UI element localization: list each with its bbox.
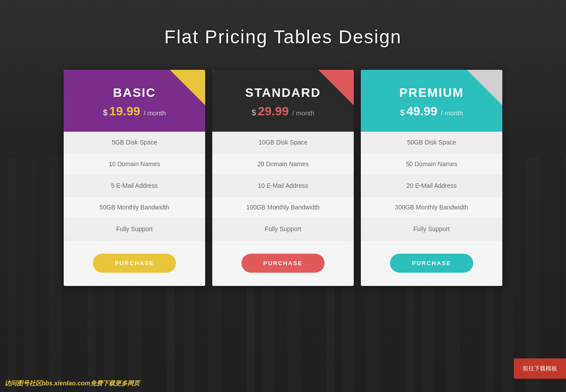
premium-price-amount: 49.99 — [406, 104, 437, 118]
premium-header: PREMIUM $ 49.99 / month — [361, 70, 502, 132]
watermark-text: 访问图号社区bbs.xienlao.com免费下载更多网页 — [4, 380, 140, 388]
standard-feature-3: 10 E-Mail Address — [212, 175, 354, 197]
basic-header: BASIC $ 19.99 / month — [64, 70, 205, 132]
premium-feature-1: 50GB Disk Space — [361, 132, 502, 153]
premium-price-row: $ 49.99 / month — [370, 104, 493, 118]
standard-feature-4: 100GB Monthly Bandwidth — [212, 197, 354, 218]
basic-feature-5: Fully Support — [64, 218, 205, 240]
download-template-button[interactable]: 前往下载模板 — [514, 358, 566, 379]
premium-features-list: 50GB Disk Space 50 Domain Names 20 E-Mai… — [361, 132, 502, 240]
standard-price-row: $ 29.99 / month — [221, 104, 345, 118]
basic-feature-3: 5 E-Mail Address — [64, 175, 205, 197]
basic-feature-4: 50GB Monthly Bandwidth — [64, 197, 205, 218]
standard-footer: PURCHASE — [212, 240, 354, 286]
standard-price-amount: 29.99 — [258, 104, 289, 118]
premium-price-period: / month — [441, 109, 463, 117]
standard-feature-2: 20 Domain Names — [212, 153, 354, 175]
plan-card-basic: BASIC $ 19.99 / month 5GB Disk Space 10 … — [64, 70, 205, 286]
page-wrapper: Flat Pricing Tables Design BASIC $ 19.99… — [0, 0, 566, 392]
basic-features-list: 5GB Disk Space 10 Domain Names 5 E-Mail … — [64, 132, 205, 240]
premium-ribbon — [467, 70, 502, 105]
premium-footer: PURCHASE — [361, 240, 502, 286]
standard-ribbon — [318, 70, 354, 105]
basic-feature-2: 10 Domain Names — [64, 153, 205, 175]
premium-purchase-button[interactable]: PURCHASE — [390, 254, 474, 273]
standard-purchase-button[interactable]: PURCHASE — [241, 254, 325, 273]
premium-feature-2: 50 Domain Names — [361, 153, 502, 175]
basic-price-amount: 19.99 — [109, 104, 140, 118]
standard-ribbon-triangle — [318, 70, 354, 105]
premium-feature-5: Fully Support — [361, 218, 502, 240]
basic-footer: PURCHASE — [64, 240, 205, 286]
premium-price-symbol: $ — [400, 108, 405, 118]
standard-features-list: 10GB Disk Space 20 Domain Names 10 E-Mai… — [212, 132, 354, 240]
basic-feature-1: 5GB Disk Space — [64, 132, 205, 153]
standard-header: STANDARD $ 29.99 / month — [212, 70, 354, 132]
plan-card-standard: STANDARD $ 29.99 / month 10GB Disk Space… — [212, 70, 354, 286]
standard-feature-1: 10GB Disk Space — [212, 132, 354, 153]
basic-price-period: / month — [144, 109, 166, 117]
pricing-container: BASIC $ 19.99 / month 5GB Disk Space 10 … — [51, 70, 515, 286]
basic-purchase-button[interactable]: PURCHASE — [93, 254, 176, 273]
premium-ribbon-triangle — [467, 70, 502, 105]
standard-price-symbol: $ — [252, 108, 256, 118]
standard-price-period: / month — [292, 109, 314, 117]
basic-ribbon-triangle — [170, 70, 205, 105]
premium-feature-4: 300GB Monthly Bandwidth — [361, 197, 502, 218]
basic-ribbon — [170, 70, 205, 105]
page-title: Flat Pricing Tables Design — [164, 27, 402, 48]
premium-feature-3: 20 E-Mail Address — [361, 175, 502, 197]
plan-card-premium: PREMIUM $ 49.99 / month 50GB Disk Space … — [361, 70, 502, 286]
basic-price-row: $ 19.99 / month — [73, 104, 196, 118]
standard-feature-5: Fully Support — [212, 218, 354, 240]
basic-price-symbol: $ — [103, 108, 107, 118]
